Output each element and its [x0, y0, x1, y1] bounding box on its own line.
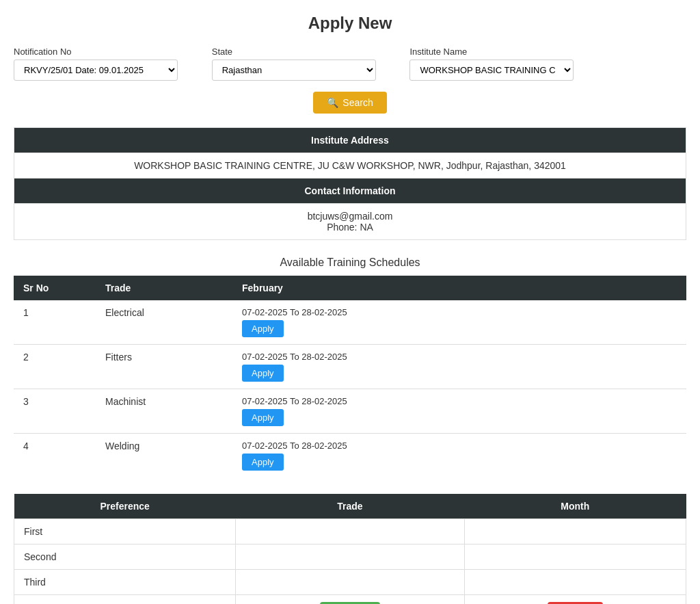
training-schedules-table: Sr No Trade February 1 Electrical 07-02-… — [14, 276, 686, 477]
notification-filter-group: Notification No RKVY/25/01 Date: 09.01.2… — [14, 47, 198, 81]
preference-submit-cell: Submit — [236, 595, 464, 605]
state-select[interactable]: Rajasthan — [212, 60, 376, 81]
institute-address-data-row: WORKSHOP BASIC TRAINING CENTRE, JU C&W W… — [14, 153, 686, 179]
list-item: Third — [14, 570, 686, 595]
table-row: 1 Electrical 07-02-2025 To 28-02-2025 Ap… — [14, 300, 686, 345]
search-row: 🔍 Search — [14, 92, 686, 114]
apply-button[interactable]: Apply — [242, 409, 284, 426]
search-icon: 🔍 — [327, 97, 338, 108]
preference-header-row: Preference Trade Month — [14, 494, 686, 519]
preference-table: Preference Trade Month First Second Thir… — [14, 494, 686, 604]
preference-trade-value — [236, 519, 464, 544]
list-item: Second — [14, 544, 686, 570]
apply-button[interactable]: Apply — [242, 320, 284, 337]
page-title: Apply New — [14, 14, 686, 33]
institute-select[interactable]: WORKSHOP BASIC TRAINING CENTRE, JU C&W W… — [409, 60, 574, 81]
col-trade: Trade — [96, 276, 232, 300]
preference-label: Second — [14, 544, 236, 570]
preference-reset-cell: Reset — [464, 595, 686, 605]
pref-col-trade: Trade — [236, 494, 464, 519]
srno-cell: 2 — [14, 345, 96, 389]
table-row: 4 Welding 07-02-2025 To 28-02-2025 Apply — [14, 434, 686, 478]
preference-month-value — [464, 519, 686, 544]
srno-cell: 4 — [14, 434, 96, 478]
schedule-cell: 07-02-2025 To 28-02-2025 Apply — [232, 389, 686, 434]
col-month: February — [232, 276, 686, 300]
preference-month-value — [464, 570, 686, 595]
contact-email: btcjuws@gmail.com — [308, 211, 393, 222]
schedule-cell: 07-02-2025 To 28-02-2025 Apply — [232, 300, 686, 345]
trade-cell: Welding — [96, 434, 232, 478]
table-row: 2 Fitters 07-02-2025 To 28-02-2025 Apply — [14, 345, 686, 389]
srno-cell: 1 — [14, 300, 96, 345]
date-range: 07-02-2025 To 28-02-2025 — [242, 307, 677, 317]
contact-info-data-row: btcjuws@gmail.com Phone: NA — [14, 204, 686, 240]
institute-address-value: WORKSHOP BASIC TRAINING CENTRE, JU C&W W… — [14, 153, 686, 179]
preference-actions-row: Submit Reset — [14, 595, 686, 605]
institute-filter-group: Institute Name WORKSHOP BASIC TRAINING C… — [409, 47, 686, 81]
date-range: 07-02-2025 To 28-02-2025 — [242, 441, 677, 451]
col-srno: Sr No — [14, 276, 96, 300]
notification-label: Notification No — [14, 47, 198, 57]
schedule-header-row: Sr No Trade February — [14, 276, 686, 300]
filters-row: Notification No RKVY/25/01 Date: 09.01.2… — [14, 47, 686, 81]
trade-cell: Fitters — [96, 345, 232, 389]
pref-col-month: Month — [464, 494, 686, 519]
contact-phone: Phone: NA — [327, 222, 373, 233]
preference-month-value — [464, 544, 686, 570]
contact-info-header-row: Contact Information — [14, 179, 686, 204]
search-button[interactable]: 🔍 Search — [313, 92, 386, 114]
pref-col-preference: Preference — [14, 494, 236, 519]
preference-empty-cell — [14, 595, 236, 605]
preference-trade-value — [236, 544, 464, 570]
schedule-cell: 07-02-2025 To 28-02-2025 Apply — [232, 345, 686, 389]
contact-info-value: btcjuws@gmail.com Phone: NA — [14, 204, 686, 240]
training-schedules-title: Available Training Schedules — [14, 257, 686, 269]
apply-button[interactable]: Apply — [242, 365, 284, 382]
schedule-cell: 07-02-2025 To 28-02-2025 Apply — [232, 434, 686, 478]
srno-cell: 3 — [14, 389, 96, 434]
preference-label: First — [14, 519, 236, 544]
state-label: State — [212, 47, 396, 57]
trade-cell: Electrical — [96, 300, 232, 345]
contact-info-header: Contact Information — [14, 179, 686, 204]
institute-address-header-row: Institute Address — [14, 128, 686, 153]
list-item: First — [14, 519, 686, 544]
date-range: 07-02-2025 To 28-02-2025 — [242, 352, 677, 362]
apply-button[interactable]: Apply — [242, 454, 284, 471]
institute-address-header: Institute Address — [14, 128, 686, 153]
date-range: 07-02-2025 To 28-02-2025 — [242, 396, 677, 406]
trade-cell: Machinist — [96, 389, 232, 434]
table-row: 3 Machinist 07-02-2025 To 28-02-2025 App… — [14, 389, 686, 434]
institute-label: Institute Name — [409, 47, 686, 57]
preference-label: Third — [14, 570, 236, 595]
preference-trade-value — [236, 570, 464, 595]
institute-address-table: Institute Address WORKSHOP BASIC TRAININ… — [14, 127, 686, 240]
state-filter-group: State Rajasthan — [212, 47, 396, 81]
notification-select[interactable]: RKVY/25/01 Date: 09.01.2025 — [14, 60, 178, 81]
